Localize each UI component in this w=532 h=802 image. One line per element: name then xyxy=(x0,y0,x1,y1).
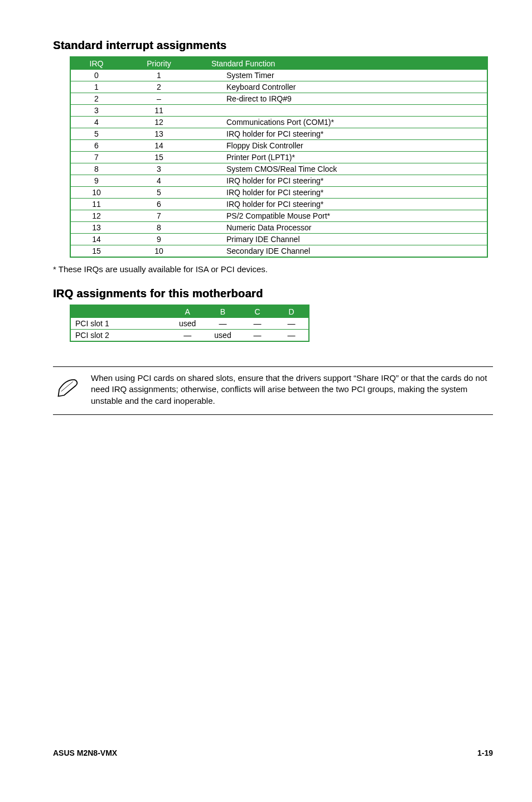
irq-footnote: * These IRQs are usually available for I… xyxy=(53,264,493,274)
pci-col-c-header: C xyxy=(240,305,274,318)
priority-cell: 10 xyxy=(122,245,196,258)
table-row: 715Printer Port (LPT1)* xyxy=(70,152,487,163)
function-cell: Printer Port (LPT1)* xyxy=(196,152,487,163)
function-cell: System Timer xyxy=(196,70,487,81)
pci-cell: — xyxy=(170,330,205,342)
irq-cell: 1 xyxy=(70,81,122,93)
footer-product: ASUS M2N8-VMX xyxy=(53,748,117,757)
pci-cell: — xyxy=(240,330,274,342)
pci-slot-name: PCI slot 1 xyxy=(70,318,170,330)
priority-cell: 1 xyxy=(122,70,196,81)
irq-cell: 2 xyxy=(70,93,122,105)
irq-cell: 11 xyxy=(70,199,122,210)
priority-cell: 15 xyxy=(122,152,196,163)
pci-cell: — xyxy=(205,318,240,330)
irq-cell: 10 xyxy=(70,187,122,199)
priority-cell: 11 xyxy=(122,105,196,117)
irq-cell: 9 xyxy=(70,175,122,187)
table-row: 412Communications Port (COM1)* xyxy=(70,117,487,128)
function-cell: IRQ holder for PCI steering* xyxy=(196,128,487,140)
function-cell: Communications Port (COM1)* xyxy=(196,117,487,128)
irq-cell: 8 xyxy=(70,163,122,175)
priority-cell: 9 xyxy=(122,234,196,245)
heading-standard-interrupt: Standard interrupt assignments xyxy=(53,39,493,52)
function-cell: Keyboard Controller xyxy=(196,81,487,93)
priority-cell: 8 xyxy=(122,222,196,234)
function-cell xyxy=(196,105,487,117)
function-cell: PS/2 Compatible Mouse Port* xyxy=(196,210,487,222)
priority-cell: 2 xyxy=(122,81,196,93)
function-cell: IRQ holder for PCI steering* xyxy=(196,175,487,187)
pci-col-a-header: A xyxy=(170,305,205,318)
priority-cell: 4 xyxy=(122,175,196,187)
pci-blank-header xyxy=(70,305,170,318)
priority-col-header: Priority xyxy=(122,57,196,70)
table-row: 311 xyxy=(70,105,487,117)
table-row: 2–Re-direct to IRQ#9 xyxy=(70,93,487,105)
priority-cell: 6 xyxy=(122,199,196,210)
table-row: 614Floppy Disk Controller xyxy=(70,140,487,152)
irq-cell: 15 xyxy=(70,245,122,258)
irq-cell: 4 xyxy=(70,117,122,128)
irq-table: IRQ Priority Standard Function 01System … xyxy=(70,56,488,258)
table-row: 513IRQ holder for PCI steering* xyxy=(70,128,487,140)
function-cell: IRQ holder for PCI steering* xyxy=(196,199,487,210)
table-row: PCI slot 1used——— xyxy=(70,318,309,330)
pencil-icon xyxy=(56,375,80,400)
pci-slot-name: PCI slot 2 xyxy=(70,330,170,342)
table-row: 83System CMOS/Real Time Clock xyxy=(70,163,487,175)
irq-cell: 6 xyxy=(70,140,122,152)
irq-cell: 12 xyxy=(70,210,122,222)
priority-cell: 13 xyxy=(122,128,196,140)
irq-cell: 7 xyxy=(70,152,122,163)
pci-cell: — xyxy=(240,318,274,330)
irq-col-header: IRQ xyxy=(70,57,122,70)
function-cell: System CMOS/Real Time Clock xyxy=(196,163,487,175)
table-row: 01System Timer xyxy=(70,70,487,81)
irq-cell: 13 xyxy=(70,222,122,234)
pci-cell: used xyxy=(205,330,240,342)
function-cell: Primary IDE Channel xyxy=(196,234,487,245)
table-row: 12Keyboard Controller xyxy=(70,81,487,93)
footer-page-number: 1-19 xyxy=(477,748,493,757)
note-text: When using PCI cards on shared slots, en… xyxy=(91,373,490,407)
function-cell: IRQ holder for PCI steering* xyxy=(196,187,487,199)
table-row: PCI slot 2—used—— xyxy=(70,330,309,342)
function-cell: Secondary IDE Channel xyxy=(196,245,487,258)
page-footer: ASUS M2N8-VMX 1-19 xyxy=(53,748,493,757)
table-row: 138Numeric Data Processor xyxy=(70,222,487,234)
function-cell: Floppy Disk Controller xyxy=(196,140,487,152)
pci-cell: used xyxy=(170,318,205,330)
table-row: 1510Secondary IDE Channel xyxy=(70,245,487,258)
table-row: 94IRQ holder for PCI steering* xyxy=(70,175,487,187)
pci-table: A B C D PCI slot 1used———PCI slot 2—used… xyxy=(70,305,309,342)
irq-cell: 14 xyxy=(70,234,122,245)
priority-cell: 12 xyxy=(122,117,196,128)
table-row: 105IRQ holder for PCI steering* xyxy=(70,187,487,199)
priority-cell: – xyxy=(122,93,196,105)
irq-cell: 5 xyxy=(70,128,122,140)
pci-col-d-header: D xyxy=(274,305,309,318)
pci-col-b-header: B xyxy=(205,305,240,318)
function-col-header: Standard Function xyxy=(196,57,487,70)
heading-irq-motherboard: IRQ assignments for this motherboard xyxy=(53,287,493,300)
priority-cell: 14 xyxy=(122,140,196,152)
pci-cell: — xyxy=(274,318,309,330)
note-box: When using PCI cards on shared slots, en… xyxy=(53,366,493,415)
priority-cell: 5 xyxy=(122,187,196,199)
function-cell: Re-direct to IRQ#9 xyxy=(196,93,487,105)
table-row: 149Primary IDE Channel xyxy=(70,234,487,245)
priority-cell: 7 xyxy=(122,210,196,222)
table-row: 127PS/2 Compatible Mouse Port* xyxy=(70,210,487,222)
pci-cell: — xyxy=(274,330,309,342)
function-cell: Numeric Data Processor xyxy=(196,222,487,234)
irq-cell: 3 xyxy=(70,105,122,117)
irq-cell: 0 xyxy=(70,70,122,81)
table-row: 116IRQ holder for PCI steering* xyxy=(70,199,487,210)
priority-cell: 3 xyxy=(122,163,196,175)
